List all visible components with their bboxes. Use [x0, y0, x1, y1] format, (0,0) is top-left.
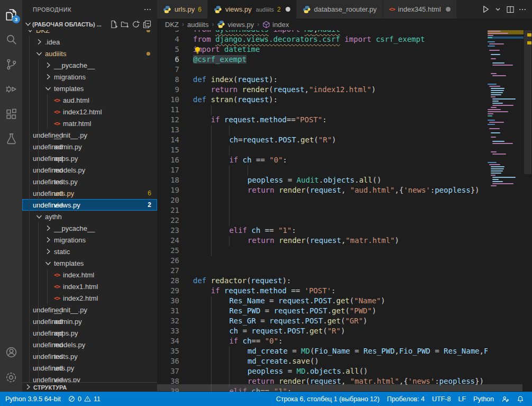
dirty-indicator-dot[interactable] [446, 7, 451, 12]
activity-item-explorer[interactable]: 3 [0, 2, 22, 27]
status-python-interpreter[interactable]: Python 3.9.5 64-bit [0, 392, 65, 406]
line-number[interactable]: 16 [157, 156, 193, 166]
line-number[interactable]: 30 [157, 296, 193, 306]
activity-item-account[interactable] [0, 340, 22, 365]
status-cursor-position[interactable]: Строка 6, столбец 1 (выбрано 12) [271, 392, 383, 406]
line-number[interactable]: 13 [157, 125, 193, 136]
line-number[interactable]: 37 [157, 367, 193, 377]
code-line[interactable]: def stran(request): [193, 95, 488, 105]
status-language-mode[interactable]: Python [470, 392, 498, 406]
tree-file-apps.py[interactable]: undefinedapps.py [22, 152, 157, 164]
tree-folder-DKZ[interactable]: DKZ [22, 30, 157, 36]
code-line[interactable] [193, 146, 488, 156]
scrollbar-slider[interactable] [524, 30, 531, 174]
line-number[interactable]: 27 [157, 266, 193, 276]
status-indentation[interactable]: Пробелов: 4 [383, 392, 428, 406]
collapse-all-button[interactable] [142, 20, 152, 29]
tree-file-admin.py[interactable]: undefinedadmin.py [22, 141, 157, 152]
refresh-button[interactable] [131, 20, 141, 29]
code-line[interactable]: return render(request,"matr.html") [193, 236, 488, 246]
code-line[interactable]: ch=request.POST.get("R") [193, 136, 488, 146]
horizontal-scrollbar[interactable] [157, 384, 522, 391]
tree-file-matr.html[interactable]: <>matr.html [22, 118, 157, 129]
tree-folder-templates[interactable]: templates [22, 83, 157, 94]
tab-database_roouter.py[interactable]: database_roouter.py [297, 0, 383, 19]
line-number[interactable]: 24 [157, 236, 193, 246]
status-problems[interactable]: 011 [65, 392, 104, 406]
dirty-indicator-dot[interactable] [286, 7, 290, 12]
activity-item-settings[interactable] [0, 365, 22, 390]
code-line[interactable]: elif ch == "1": [193, 226, 488, 236]
tree-folder-.idea[interactable]: .idea [22, 36, 157, 48]
tree-file-apps.py[interactable]: undefinedapps.py [22, 327, 157, 339]
code-line[interactable]: md_create = MD(Fio_Name = Res_PWD,Fio_PW… [193, 347, 488, 357]
code-line[interactable] [193, 196, 488, 206]
activity-item-search[interactable] [0, 27, 22, 52]
tree-file-urls.py[interactable]: undefinedurls.py6 [22, 187, 157, 199]
line-number[interactable]: 31 [157, 306, 193, 317]
line-number[interactable]: 32 [157, 317, 193, 327]
line-number[interactable]: 21 [157, 206, 193, 216]
minimap[interactable] [488, 30, 524, 392]
breadcrumb-item-audiiits[interactable]: audiiits [187, 21, 208, 29]
new-folder-button[interactable] [120, 20, 130, 29]
line-number[interactable]: 10 [157, 95, 193, 105]
code-line[interactable]: ch = request.POST.get("R") [193, 327, 488, 337]
breadcrumb-item-DKZ[interactable]: DKZ [165, 21, 179, 29]
code-line[interactable]: if request.method == 'POST': [193, 286, 488, 296]
activity-item-testing[interactable] [0, 127, 22, 151]
tree-file-index1.html[interactable]: <>index1.html [22, 281, 157, 292]
tree-file-admin.py[interactable]: undefinedadmin.py [22, 315, 157, 327]
split-editor-button[interactable] [505, 4, 516, 15]
code-line[interactable] [193, 65, 488, 75]
status-encoding[interactable]: UTF-8 [428, 392, 454, 406]
line-number[interactable]: 19 [157, 186, 193, 196]
code-line[interactable]: if request.method=="POST": [193, 115, 488, 125]
line-number[interactable]: 34 [157, 337, 193, 347]
code-line[interactable]: return render(request,"index12.html") [193, 85, 488, 95]
run-button[interactable] [480, 4, 491, 15]
tree-file-__init__.py[interactable]: undefined__init__.py [22, 129, 157, 141]
tree-folder-static[interactable]: static [22, 246, 157, 257]
outline-section-header[interactable]: СТРУКТУРА [22, 382, 157, 392]
breadcrumb-item-views.py[interactable]: views.py [217, 20, 254, 29]
code-line[interactable] [193, 206, 488, 216]
tree-file-tests.py[interactable]: undefinedtests.py [22, 350, 157, 362]
status-notifications[interactable] [513, 392, 528, 406]
tree-folder-migrations[interactable]: migrations [22, 71, 157, 83]
code-line[interactable]: from aythh.models import MD,Audit [193, 30, 488, 35]
line-number[interactable]: 22 [157, 216, 193, 226]
code-line[interactable] [193, 166, 488, 176]
status-feedback[interactable] [498, 392, 513, 406]
code-line[interactable]: Res_GR = request.POST.get("GR") [193, 317, 488, 327]
line-number[interactable]: 23 [157, 226, 193, 236]
tree-file-index2.html[interactable]: <>index2.html [22, 292, 157, 304]
line-number[interactable]: 5 [157, 45, 193, 55]
code-line[interactable]: md_create.save() [193, 357, 488, 367]
new-file-button[interactable] [109, 20, 118, 29]
tree-file-urls.py[interactable]: undefinedurls.py [22, 362, 157, 374]
status-eol[interactable]: LF [454, 392, 470, 406]
tree-file-tests.py[interactable]: undefinedtests.py [22, 176, 157, 187]
more-actions-button[interactable] [517, 4, 528, 15]
tree-folder-audiiits[interactable]: audiiits [22, 48, 157, 59]
code-line[interactable]: peopless = Audit.objects.all() [193, 176, 488, 186]
line-number[interactable]: 7 [157, 65, 193, 75]
activity-item-source-control[interactable] [0, 52, 22, 77]
code-line[interactable] [193, 216, 488, 226]
code-line[interactable]: from django.views.decorators.csrf import… [193, 35, 488, 45]
breadcrumb-item-index[interactable]: index [262, 21, 289, 29]
tree-file-views.py[interactable]: undefinedviews.py2 [22, 199, 157, 211]
code-line[interactable]: import datetime [193, 45, 488, 55]
tab-urls.py[interactable]: urls.py6 [157, 0, 208, 19]
vertical-scrollbar[interactable] [524, 30, 532, 392]
line-number[interactable]: 29 [157, 286, 193, 296]
code-line[interactable]: Res_Name = request.POST.get("Name") [193, 296, 488, 306]
code-line[interactable] [193, 246, 488, 256]
code-line[interactable] [193, 125, 488, 136]
run-dropdown-button[interactable] [492, 4, 503, 15]
code-line[interactable]: return render(request, "aud.html",{'news… [193, 186, 488, 196]
line-number[interactable]: 17 [157, 166, 193, 176]
workspace-section-header[interactable]: (РАБОЧАЯ ОБЛАСТЬ) ... [22, 19, 157, 30]
tree-folder-aythh[interactable]: aythh [22, 211, 157, 222]
